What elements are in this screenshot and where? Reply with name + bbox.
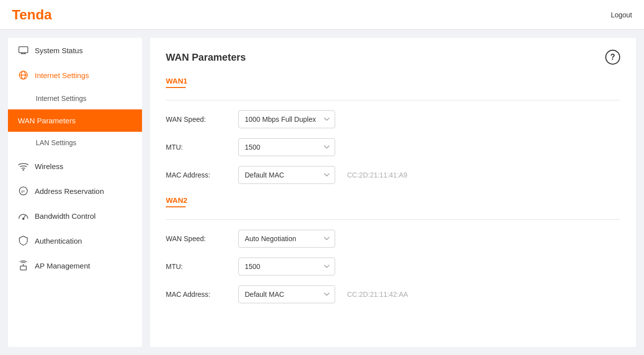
ip-icon: IP <box>18 185 29 196</box>
sidebar-item-wireless[interactable]: Wireless <box>8 154 142 178</box>
sidebar-label-bandwidth-control: Bandwidth Control <box>35 212 96 220</box>
wan1-mtu-row: MTU: 1500 1492 1480 <box>166 138 620 156</box>
wan2-speed-select[interactable]: Auto Negotiation 1000 Mbps Full Duplex 1… <box>238 230 335 248</box>
sidebar-item-address-reservation[interactable]: IP Address Reservation <box>8 178 142 203</box>
svg-rect-0 <box>19 47 28 53</box>
wan1-tab-divider <box>166 87 186 88</box>
wan2-tab-label: WAN2 <box>166 196 187 204</box>
wan2-section: WAN2 WAN Speed: Auto Negotiation 1000 Mb… <box>166 196 620 303</box>
wan2-section-divider <box>166 219 620 220</box>
sidebar-item-internet-settings-sub[interactable]: Internet Settings <box>8 88 142 109</box>
globe-icon <box>18 70 29 81</box>
wan2-mac-label: MAC Address: <box>166 290 230 298</box>
wan1-mac-display: CC:2D:21:11:41:A9 <box>347 171 407 179</box>
wan1-mac-select[interactable]: Default MAC Clone MAC Custom MAC <box>238 166 335 184</box>
sidebar-item-internet-settings[interactable]: Internet Settings <box>8 63 142 88</box>
wan1-section: WAN1 WAN Speed: 1000 Mbps Full Duplex Au… <box>166 77 620 184</box>
sidebar-item-bandwidth-control[interactable]: Bandwidth Control <box>8 203 142 228</box>
sidebar-item-ap-management[interactable]: AP Management <box>8 253 142 278</box>
wan2-mtu-row: MTU: 1500 1492 1480 <box>166 258 620 275</box>
wan1-tab-header: WAN1 <box>166 77 620 100</box>
page-title: WAN Parameters <box>166 52 246 63</box>
wan1-mtu-label: MTU: <box>166 143 230 151</box>
main-layout: System Status Internet Settings Internet… <box>0 30 644 355</box>
sidebar-label-internet-settings-sub: Internet Settings <box>36 94 86 102</box>
wan2-speed-label: WAN Speed: <box>166 235 230 243</box>
wan2-mac-display: CC:2D:21:11:42:AA <box>347 290 408 298</box>
header: Tenda Logout <box>0 0 644 30</box>
wan1-tab-label: WAN1 <box>166 77 187 85</box>
sidebar-item-wan-parameters[interactable]: WAN Parameters <box>8 109 142 132</box>
content-area: WAN Parameters ? WAN1 WAN Speed: 1000 Mb… <box>150 38 636 347</box>
sidebar-label-system-status: System Status <box>35 46 83 55</box>
help-icon[interactable]: ? <box>605 50 620 65</box>
monitor-icon <box>18 45 29 56</box>
shield-icon <box>18 235 29 246</box>
gauge-icon <box>18 210 29 221</box>
wan1-mac-label: MAC Address: <box>166 171 230 179</box>
wan2-mtu-label: MTU: <box>166 263 230 270</box>
wan1-mtu-select[interactable]: 1500 1492 1480 <box>238 138 335 156</box>
wan1-mac-row: MAC Address: Default MAC Clone MAC Custo… <box>166 166 620 184</box>
wireless-icon <box>18 161 29 172</box>
logo: Tenda <box>12 7 52 23</box>
sidebar-label-authentication: Authentication <box>35 237 82 245</box>
sidebar-label-wan-parameters: WAN Parameters <box>18 116 75 125</box>
sidebar-label-wireless: Wireless <box>35 162 64 171</box>
content-header: WAN Parameters ? <box>166 50 620 65</box>
svg-point-11 <box>23 218 24 220</box>
sidebar-label-internet-settings: Internet Settings <box>35 71 89 80</box>
wan1-speed-select[interactable]: 1000 Mbps Full Duplex Auto Negotiation 1… <box>238 110 335 128</box>
sidebar-item-authentication[interactable]: Authentication <box>8 228 142 253</box>
sidebar-label-lan-settings: LAN Settings <box>36 139 76 147</box>
sidebar-label-address-reservation: Address Reservation <box>35 187 104 195</box>
wan2-speed-row: WAN Speed: Auto Negotiation 1000 Mbps Fu… <box>166 230 620 248</box>
sidebar-item-system-status[interactable]: System Status <box>8 38 142 63</box>
wan1-speed-label: WAN Speed: <box>166 115 230 123</box>
wan1-speed-row: WAN Speed: 1000 Mbps Full Duplex Auto Ne… <box>166 110 620 128</box>
sidebar-item-lan-settings[interactable]: LAN Settings <box>8 132 142 154</box>
wan2-tab-header: WAN2 <box>166 196 620 220</box>
wan2-mac-row: MAC Address: Default MAC Clone MAC Custo… <box>166 285 620 303</box>
svg-rect-12 <box>20 266 26 270</box>
wan2-tab-divider <box>166 206 186 207</box>
ap-icon <box>18 260 29 271</box>
wan1-section-divider <box>166 100 620 100</box>
wan2-mtu-select[interactable]: 1500 1492 1480 <box>238 258 335 275</box>
svg-point-7 <box>23 170 24 171</box>
sidebar-label-ap-management: AP Management <box>35 262 90 270</box>
wan2-mac-select[interactable]: Default MAC Clone MAC Custom MAC <box>238 285 335 303</box>
svg-text:IP: IP <box>21 189 25 194</box>
sidebar: System Status Internet Settings Internet… <box>8 38 142 347</box>
logout-button[interactable]: Logout <box>611 11 632 19</box>
